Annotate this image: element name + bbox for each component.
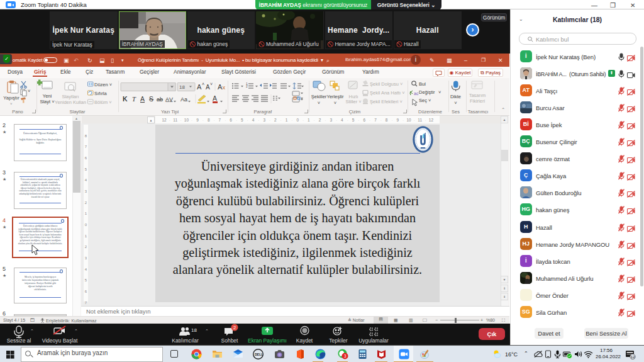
svg-text:12: 12 [630, 355, 635, 359]
svg-text:18: 18 [191, 327, 197, 333]
svg-text:3: 3 [343, 354, 346, 358]
svg-text:DELL: DELL [255, 353, 263, 356]
svg-text:2: 2 [233, 325, 236, 331]
